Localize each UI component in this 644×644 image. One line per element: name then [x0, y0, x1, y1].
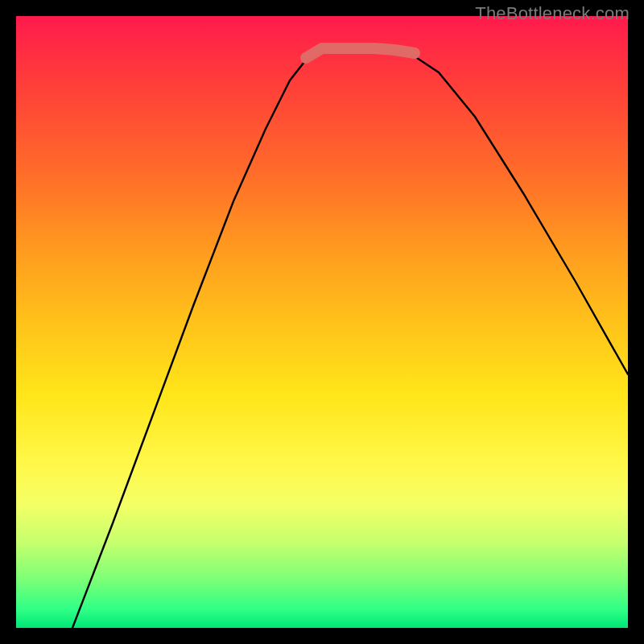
curve-svg — [16, 16, 628, 628]
bottleneck-curve — [72, 48, 628, 628]
chart-stage: TheBottleneck.com — [0, 0, 644, 644]
plot-area — [16, 16, 628, 628]
optimal-zone-highlight — [306, 48, 415, 58]
watermark-text: TheBottleneck.com — [475, 3, 630, 24]
